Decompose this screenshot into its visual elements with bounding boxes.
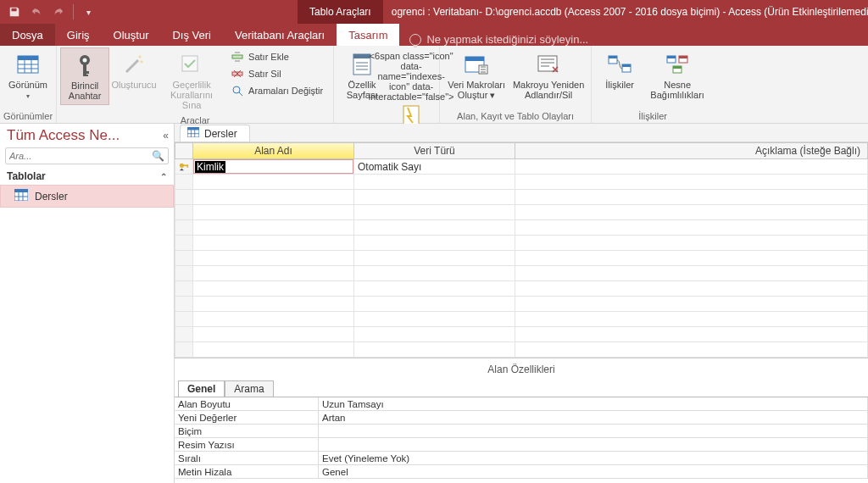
field-prop-row[interactable]: Resim Yazısı [175, 438, 868, 452]
design-grid-row[interactable]: Kimlik Otomatik Sayı [175, 159, 868, 175]
design-grid-row[interactable] [175, 175, 868, 190]
design-grid-row[interactable] [175, 251, 868, 266]
test-validation-label: Geçerlilik Kurallarını Sına [160, 80, 223, 110]
relationships-icon [606, 51, 633, 78]
ribbon-group-show-hide: Özellik Sayfası <6span class="icon" data… [334, 46, 440, 123]
nav-search-input[interactable] [9, 151, 152, 161]
field-props-tab-lookup[interactable]: Arama [225, 380, 273, 397]
tab-design[interactable]: Tasarım [337, 24, 399, 46]
chevron-collapse-icon[interactable]: « [163, 130, 169, 142]
redo-icon[interactable] [49, 3, 68, 21]
create-data-macros-button[interactable]: Veri Makroları Oluştur ▾ [443, 47, 509, 103]
table-icon [187, 127, 199, 140]
design-grid-body: Kimlik Otomatik Sayı [175, 159, 868, 358]
object-dependencies-button[interactable]: Nesne Bağımlılıkları [644, 47, 710, 103]
svg-rect-47 [186, 164, 188, 167]
save-icon[interactable] [5, 3, 24, 21]
design-grid-row[interactable] [175, 220, 868, 236]
tell-me-search[interactable]: Ne yapmak istediğinizi söyleyin... [399, 33, 588, 46]
design-grid-row[interactable] [175, 190, 868, 205]
field-prop-value[interactable]: Genel [319, 465, 868, 479]
relationships-label: İlişkiler [605, 80, 634, 90]
design-grid-row[interactable] [175, 266, 868, 281]
svg-rect-30 [667, 56, 676, 58]
primary-key-label: Birincil Anahtar [63, 80, 107, 101]
design-grid-row[interactable] [175, 297, 868, 312]
view-button[interactable]: Görünüm ▾ [3, 47, 53, 105]
lightbulb-icon [409, 34, 421, 46]
data-type-cell[interactable]: Otomatik Sayı [354, 159, 515, 175]
tab-external-data[interactable]: Dış Veri [160, 24, 223, 46]
field-prop-row[interactable]: Alan BoyutuUzun Tamsayı [175, 397, 868, 411]
field-prop-value[interactable] [319, 438, 868, 452]
field-properties-title: Alan Özellikleri [175, 358, 868, 380]
field-prop-row[interactable]: Biçim [175, 425, 868, 438]
undo-icon[interactable] [27, 3, 46, 21]
field-prop-row[interactable]: SıralıEvet (Yineleme Yok) [175, 452, 868, 465]
builder-button[interactable]: Oluşturucu [109, 47, 159, 93]
field-prop-row[interactable]: Yeni DeğerlerArtan [175, 411, 868, 425]
insert-row-icon [231, 51, 243, 63]
column-header-description[interactable]: Açıklama (İsteğe Bağlı) [515, 142, 868, 159]
field-prop-value[interactable]: Evet (Yineleme Yok) [319, 452, 868, 465]
navigation-pane: Tüm Access Ne... « 🔍 Tablolar ⌃ Dersler [0, 124, 175, 483]
field-name-editor[interactable]: Kimlik [193, 159, 353, 174]
design-grid-row[interactable] [175, 281, 868, 297]
field-name-value: Kimlik [195, 161, 225, 173]
rename-macro-icon [535, 51, 562, 78]
field-prop-row[interactable]: Metin HizalaGenel [175, 465, 868, 479]
nav-search-box[interactable]: 🔍 [5, 147, 169, 164]
title-bar: ▾ Tablo Araçları ogrenci : Veritabanı- D… [0, 0, 868, 24]
insert-rows-label: Satır Ekle [248, 52, 289, 62]
svg-rect-9 [83, 71, 89, 74]
field-props-tab-general[interactable]: Genel [178, 380, 225, 397]
delete-rows-button[interactable]: Satır Sil [230, 66, 325, 81]
nav-pane-header[interactable]: Tüm Access Ne... « [0, 124, 174, 146]
tab-file[interactable]: Dosya [0, 24, 55, 46]
column-header-field-name[interactable]: Alan Adı [193, 142, 354, 159]
create-data-macros-label: Veri Makroları Oluştur ▾ [445, 80, 508, 100]
qat-customize-icon[interactable]: ▾ [79, 3, 97, 21]
tab-home[interactable]: Giriş [55, 24, 102, 46]
test-validation-button[interactable]: Geçerlilik Kurallarını Sına [159, 47, 225, 114]
design-grid-row[interactable] [175, 342, 868, 358]
ribbon-panel: Görünüm ▾ Görünümler Birincil Anahtar Ol… [0, 46, 868, 124]
design-grid-row[interactable] [175, 236, 868, 251]
rename-delete-macro-button[interactable]: Makroyu Yeniden Adlandır/Sil [509, 47, 587, 103]
column-header-data-type[interactable]: Veri Türü [354, 142, 515, 159]
contextual-tab-group: Tablo Araçları [298, 0, 383, 24]
row-selector-header[interactable] [175, 142, 193, 159]
nav-item-dersler[interactable]: Dersler [0, 185, 174, 208]
primary-key-button[interactable]: Birincil Anahtar [60, 47, 109, 105]
nav-pane-title: Tüm Access Ne... [7, 127, 120, 144]
ribbon-tab-strip: Dosya Giriş Oluştur Dış Veri Veritabanı … [0, 24, 868, 46]
tab-database-tools[interactable]: Veritabanı Araçları [223, 24, 337, 46]
wand-icon [120, 51, 147, 78]
qat-separator [73, 4, 74, 19]
row-tools-list: Satır Ekle Satır Sil Aramaları Değiştir [225, 47, 330, 100]
svg-rect-41 [187, 127, 199, 130]
field-prop-value[interactable] [319, 425, 868, 438]
key-icon [71, 52, 98, 79]
search-icon[interactable]: 🔍 [152, 150, 164, 162]
field-prop-label: Metin Hizala [175, 465, 319, 479]
design-grid-row[interactable] [175, 327, 868, 342]
modify-lookups-label: Aramaları Değiştir [248, 86, 323, 96]
row-selector[interactable] [175, 159, 193, 175]
table-design-grid: Alan Adı Veri Türü Açıklama (İsteğe Bağl… [175, 142, 868, 358]
design-grid-row[interactable] [175, 312, 868, 327]
document-tab-dersler[interactable]: Dersler [180, 125, 250, 142]
relationships-button[interactable]: İlişkiler [595, 47, 644, 93]
table-icon [14, 189, 28, 203]
modify-lookups-button[interactable]: Aramaları Değiştir [230, 83, 325, 98]
field-prop-label: Yeni Değerler [175, 411, 319, 425]
insert-rows-button[interactable]: Satır Ekle [230, 49, 325, 64]
field-properties-pane: Alan Özellikleri Genel Arama Alan Boyutu… [175, 358, 868, 483]
field-prop-value[interactable]: Uzun Tamsayı [319, 397, 868, 411]
nav-category-tables[interactable]: Tablolar ⌃ [0, 168, 174, 185]
design-grid-row[interactable] [175, 205, 868, 220]
tab-create[interactable]: Oluştur [102, 24, 161, 46]
field-name-cell[interactable]: Kimlik [193, 159, 354, 175]
description-cell[interactable] [515, 159, 868, 175]
field-prop-value[interactable]: Artan [319, 411, 868, 425]
